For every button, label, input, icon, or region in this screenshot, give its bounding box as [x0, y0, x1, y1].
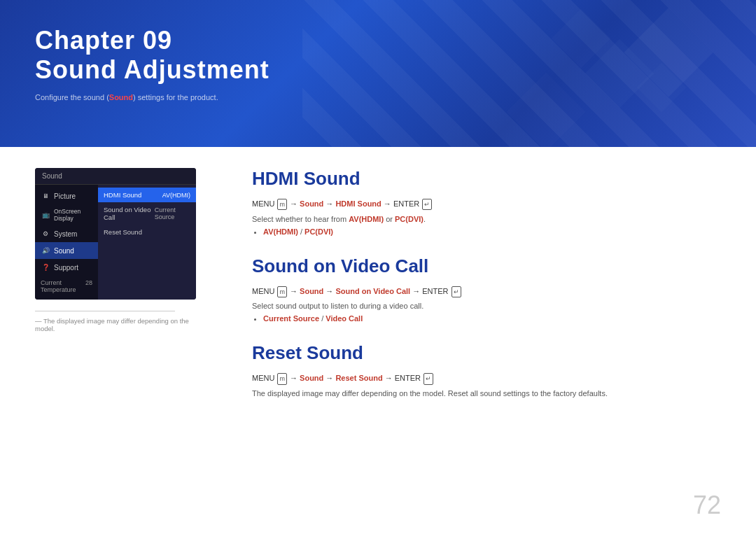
path-arrow-1: → — [288, 199, 300, 208]
section-title-reset-sound: Reset Sound — [252, 342, 721, 364]
menu-item-reset-sound[interactable]: Reset Sound — [98, 225, 196, 239]
note-area: ― The displayed image may differ dependi… — [35, 311, 210, 332]
path-menu-3: MENU — [252, 374, 276, 382]
path-sound-2: Sound — [300, 287, 323, 295]
section-title-hdmi-sound: HDMI Sound — [252, 168, 721, 190]
section-desc-hdmi-sound: Select whether to hear from AV(HDMI) or … — [252, 215, 721, 223]
header-banner: Chapter 09 Sound Adjustment Configure th… — [0, 0, 756, 147]
menu-icon-2: m — [277, 286, 287, 297]
menu-header-label: Sound — [35, 168, 196, 185]
option-video-call: Video Call — [326, 314, 363, 323]
bullet-list-hdmi: AV(HDMI) / PC(DVI) — [263, 227, 721, 236]
sound-video-call-value: Current Source — [155, 206, 190, 220]
enter-icon-2: ↵ — [451, 286, 461, 297]
menu-item-hdmi-sound[interactable]: HDMI Sound AV(HDMI) — [98, 188, 196, 202]
slash-2: / — [319, 314, 326, 323]
hdmi-sound-value: AV(HDMI) — [162, 192, 190, 199]
path-sound-3: Sound — [300, 374, 323, 382]
section-desc-reset-sound: The displayed image may differ depending… — [252, 389, 721, 398]
path-arrow-6: → ENTER — [410, 287, 450, 295]
system-icon: ⚙ — [41, 229, 50, 239]
menu-icon-3: m — [277, 373, 287, 384]
path-menu-2: MENU — [252, 287, 276, 295]
reset-sound-label: Reset Sound — [104, 228, 142, 236]
sidebar-item-system[interactable]: ⚙ System — [35, 225, 98, 242]
path-arrow-8: → — [323, 374, 335, 382]
header-desc-prefix: Configure the sound ( — [35, 93, 109, 101]
option-av-hdmi: AV(HDMI) — [263, 227, 298, 236]
support-icon: ❓ — [41, 262, 50, 272]
path-menu-1: MENU — [252, 199, 276, 208]
path-reset-sound: Reset Sound — [335, 374, 382, 382]
enter-icon-1: ↵ — [422, 199, 432, 210]
menu-sidebar: 🖥 Picture 📺 OnScreen Display ⚙ System 🔊 … — [35, 185, 196, 300]
enter-icon-3: ↵ — [424, 373, 433, 384]
hdmi-sound-label: HDMI Sound — [104, 191, 141, 199]
picture-icon: 🖥 — [41, 191, 50, 201]
header-desc-highlight: Sound — [109, 93, 133, 101]
menu-mockup: Sound 🖥 Picture 📺 OnScreen Display ⚙ Sys… — [35, 168, 196, 300]
menu-path-hdmi-sound: MENU m → Sound → HDMI Sound → ENTER ↵ — [252, 198, 721, 211]
path-hdmi-sound: HDMI Sound — [335, 199, 381, 208]
temp-label: Current Temperature — [41, 279, 85, 293]
content-area: Sound 🖥 Picture 📺 OnScreen Display ⚙ Sys… — [0, 147, 756, 534]
menu-icon-1: m — [277, 199, 287, 210]
menu-path-reset-sound: MENU m → Sound → Reset Sound → ENTER ↵ — [252, 372, 721, 385]
left-panel: Sound 🖥 Picture 📺 OnScreen Display ⚙ Sys… — [35, 168, 224, 520]
section-title-sound-video-call: Sound on Video Call — [252, 255, 721, 277]
sidebar-label-onscreen: OnScreen Display — [54, 208, 92, 222]
menu-item-sound-video-call[interactable]: Sound on Video Call Current Source — [98, 202, 196, 225]
bullet-item-hdmi-options: AV(HDMI) / PC(DVI) — [263, 227, 721, 236]
sidebar-item-onscreen[interactable]: 📺 OnScreen Display — [35, 204, 98, 225]
path-sound-1: Sound — [300, 199, 323, 208]
sidebar-item-support[interactable]: ❓ Support — [35, 259, 98, 276]
sidebar-label-system: System — [54, 230, 77, 238]
option-pc-dvi: PC(DVI) — [304, 227, 333, 236]
header-desc-suffix: ) settings for the product. — [133, 93, 218, 101]
sidebar-label-support: Support — [54, 264, 78, 272]
onscreen-icon: 📺 — [41, 210, 50, 220]
sound-video-call-label: Sound on Video Call — [104, 206, 155, 221]
path-arrow-9: → ENTER — [383, 374, 423, 382]
page-number: 72 — [693, 491, 721, 520]
bullet-list-video-call: Current Source / Video Call — [263, 314, 721, 323]
sidebar-bottom-temp: Current Temperature 28 — [35, 276, 98, 297]
slash-1: / — [298, 227, 304, 236]
option-current-source: Current Source — [263, 314, 319, 323]
path-arrow-4: → — [288, 287, 300, 295]
sound-icon: 🔊 — [41, 246, 50, 255]
menu-path-sound-video-call: MENU m → Sound → Sound on Video Call → E… — [252, 286, 721, 298]
temp-value: 28 — [85, 279, 92, 293]
path-sound-video-call: Sound on Video Call — [335, 287, 410, 295]
path-arrow-7: → — [288, 374, 300, 382]
menu-content-area: HDMI Sound AV(HDMI) Sound on Video Call … — [98, 185, 196, 300]
sidebar-label-sound: Sound — [54, 247, 74, 255]
right-panel: HDMI Sound MENU m → Sound → HDMI Sound →… — [224, 168, 721, 520]
note-text: ― The displayed image may differ dependi… — [35, 317, 210, 332]
sidebar-items-list: 🖥 Picture 📺 OnScreen Display ⚙ System 🔊 … — [35, 185, 98, 300]
path-arrow-2: → — [323, 199, 335, 208]
sidebar-label-picture: Picture — [54, 192, 76, 200]
section-hdmi-sound: HDMI Sound MENU m → Sound → HDMI Sound →… — [252, 168, 721, 236]
section-desc-sound-video-call: Select sound output to listen to during … — [252, 302, 721, 310]
path-arrow-5: → — [323, 287, 335, 295]
path-arrow-3: → ENTER — [382, 199, 421, 208]
section-reset-sound: Reset Sound MENU m → Sound → Reset Sound… — [252, 342, 721, 398]
sidebar-item-sound[interactable]: 🔊 Sound — [35, 242, 98, 259]
decoration-diamond-5 — [506, 72, 585, 147]
note-divider — [35, 311, 175, 311]
sidebar-item-picture[interactable]: 🖥 Picture — [35, 188, 98, 204]
section-sound-video-call: Sound on Video Call MENU m → Sound → Sou… — [252, 255, 721, 323]
bullet-item-video-call-options: Current Source / Video Call — [263, 314, 721, 323]
